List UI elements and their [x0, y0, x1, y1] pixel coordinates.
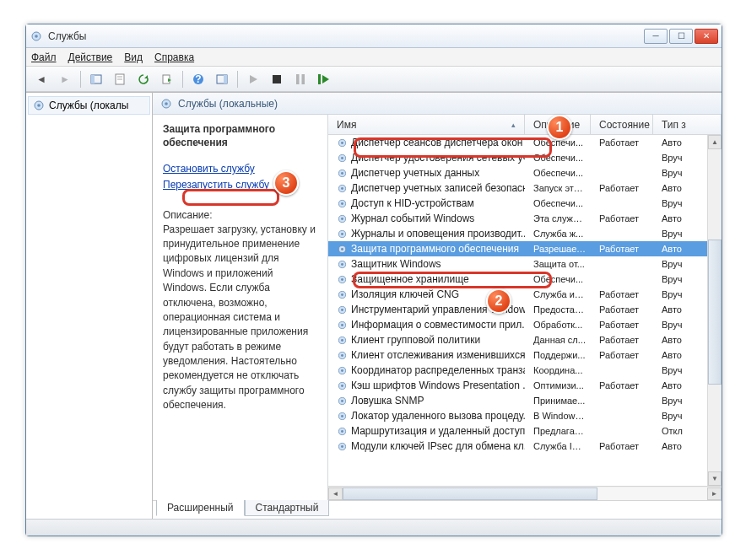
minimize-button[interactable]: ─ — [644, 29, 668, 44]
cell-description: Принимае... — [525, 396, 591, 406]
svg-point-55 — [341, 400, 343, 402]
stop-service-button[interactable] — [267, 69, 287, 89]
service-row[interactable]: Защита программного обеспеченияРазрешает… — [328, 241, 722, 256]
cell-state: Работает — [591, 183, 653, 193]
cell-name: Защита программного обеспечения — [328, 243, 525, 255]
svg-point-29 — [341, 202, 343, 205]
cell-description: Координа... — [525, 365, 591, 375]
gear-icon — [159, 97, 173, 110]
pause-service-button[interactable] — [290, 69, 311, 89]
svg-point-39 — [341, 278, 343, 281]
tree-root-item[interactable]: Службы (локалы — [28, 96, 150, 115]
scroll-down-button[interactable]: ▼ — [708, 471, 722, 486]
scroll-thumb[interactable] — [708, 240, 722, 385]
refresh-button[interactable] — [133, 69, 154, 89]
column-state[interactable]: Состояние — [591, 115, 653, 134]
cell-state: Работает — [591, 289, 653, 299]
rows-container[interactable]: Диспетчер сеансов диспетчера окон ...Обе… — [328, 135, 722, 486]
menu-help[interactable]: Справка — [154, 51, 194, 63]
svg-point-53 — [341, 385, 343, 387]
service-row[interactable]: Защитник WindowsЗащита от...Вруч — [328, 256, 722, 272]
svg-point-21 — [341, 142, 343, 144]
svg-rect-3 — [91, 75, 95, 83]
service-row[interactable]: Ловушка SNMPПринимае...Вруч — [328, 393, 722, 408]
cell-state: Работает — [591, 320, 653, 330]
service-row[interactable]: Кэш шрифтов Windows Presentation ...Опти… — [328, 378, 722, 393]
cell-state: Работает — [591, 350, 653, 360]
properties-button[interactable] — [110, 69, 130, 89]
service-row[interactable]: Клиент отслеживания изменившихся...Подде… — [328, 347, 722, 363]
cell-name: Диспетчер учетных данных — [328, 167, 525, 179]
svg-point-37 — [341, 263, 343, 266]
help-button[interactable]: ? — [188, 69, 208, 89]
detail-pane: Защита программного обеспечения Останови… — [153, 115, 328, 500]
services-window: Службы ─ ☐ ✕ Файл Действие Вид Справка ◄… — [25, 24, 722, 536]
svg-rect-13 — [296, 74, 300, 84]
scroll-up-button[interactable]: ▲ — [708, 135, 722, 149]
forward-button[interactable]: ► — [55, 69, 75, 89]
hscroll-thumb[interactable] — [343, 487, 597, 500]
gear-icon — [32, 99, 46, 112]
service-row[interactable]: Модули ключей IPsec для обмена кл...Служ… — [328, 439, 722, 454]
sort-indicator-icon: ▴ — [511, 121, 516, 129]
cell-name: Диспетчер удостоверения сетевых уч... — [328, 152, 525, 164]
cell-description: В Windows... — [525, 411, 591, 421]
service-row[interactable]: Диспетчер учетных записей безопасн...Зап… — [328, 180, 722, 196]
tab-standard[interactable]: Стандартный — [245, 500, 330, 516]
horizontal-scrollbar[interactable]: ◄ ► — [328, 486, 722, 500]
close-button[interactable]: ✕ — [695, 29, 718, 44]
service-row[interactable]: Координатор распределенных транза...Коор… — [328, 363, 722, 378]
service-row[interactable]: Клиент групповой политикиДанная сл...Раб… — [328, 332, 722, 347]
restart-service-button[interactable] — [314, 69, 334, 89]
service-row[interactable]: Журналы и оповещения производит...Служба… — [328, 226, 722, 241]
cell-description: Запуск это... — [525, 183, 591, 193]
cell-description: Обеспечи... — [525, 274, 591, 284]
back-button[interactable]: ◄ — [31, 69, 51, 89]
show-hide-tree-button[interactable] — [86, 69, 106, 89]
menu-file[interactable]: Файл — [31, 51, 57, 63]
service-row[interactable]: Изоляция ключей CNGСлужба из...РаботаетВ… — [328, 287, 722, 302]
service-row[interactable]: Защищенное хранилищеОбеспечи...Вруч — [328, 272, 722, 287]
cell-description: Оптимизи... — [525, 380, 591, 390]
export-button[interactable] — [157, 69, 177, 89]
column-startup-type[interactable]: Тип з — [653, 115, 722, 134]
scroll-left-button[interactable]: ◄ — [328, 487, 343, 500]
selected-service-title: Защита программного обеспечения — [163, 123, 317, 149]
column-name[interactable]: Имя▴ — [328, 115, 525, 134]
cell-state: Работает — [591, 213, 653, 223]
cell-description: Предлагае... — [525, 426, 591, 436]
titlebar[interactable]: Службы ─ ☐ ✕ — [26, 24, 722, 48]
service-row[interactable]: Информация о совместимости прил...Обрабо… — [328, 317, 722, 332]
cell-description: Предостав... — [525, 304, 591, 315]
service-row[interactable]: Маршрутизация и удаленный доступПредлага… — [328, 423, 722, 439]
cell-description: Данная сл... — [525, 335, 591, 345]
vertical-scrollbar[interactable]: ▲ ▼ — [707, 135, 722, 486]
service-row[interactable]: Диспетчер учетных данныхОбеспечи...Вруч — [328, 165, 722, 180]
pane-header: Службы (локальные) — [153, 93, 722, 115]
service-row[interactable]: Диспетчер сеансов диспетчера окон ...Обе… — [328, 135, 722, 150]
cell-description: Служба IK... — [525, 441, 591, 451]
svg-point-41 — [341, 293, 343, 296]
show-hide-action-pane-button[interactable] — [212, 69, 232, 89]
service-row[interactable]: Диспетчер удостоверения сетевых уч...Обе… — [328, 150, 722, 165]
svg-rect-11 — [224, 75, 227, 83]
service-row[interactable]: Доступ к HID-устройствамОбеспечи...Вруч — [328, 196, 722, 211]
maximize-button[interactable]: ☐ — [669, 29, 693, 44]
menu-action[interactable]: Действие — [68, 51, 113, 63]
service-row[interactable]: Инструментарий управления WindowsПредост… — [328, 302, 722, 317]
svg-point-33 — [341, 233, 343, 235]
cell-state: Работает — [591, 137, 653, 148]
service-row[interactable]: Локатор удаленного вызова процеду...В Wi… — [328, 408, 722, 423]
cell-description: Обработк... — [525, 320, 591, 330]
cell-name: Диспетчер учетных записей безопасн... — [328, 182, 525, 194]
start-service-button[interactable] — [243, 69, 263, 89]
cell-name: Защитник Windows — [328, 258, 525, 270]
scroll-right-button[interactable]: ► — [707, 487, 722, 500]
svg-rect-14 — [302, 74, 305, 84]
services-list: Имя▴ Описание Состояние Тип з Диспетчер … — [328, 115, 722, 500]
svg-point-47 — [341, 339, 343, 342]
svg-point-51 — [341, 369, 343, 372]
menu-view[interactable]: Вид — [124, 51, 143, 63]
service-row[interactable]: Журнал событий WindowsЭта служб...Работа… — [328, 211, 722, 226]
tab-extended[interactable]: Расширенный — [156, 500, 245, 516]
